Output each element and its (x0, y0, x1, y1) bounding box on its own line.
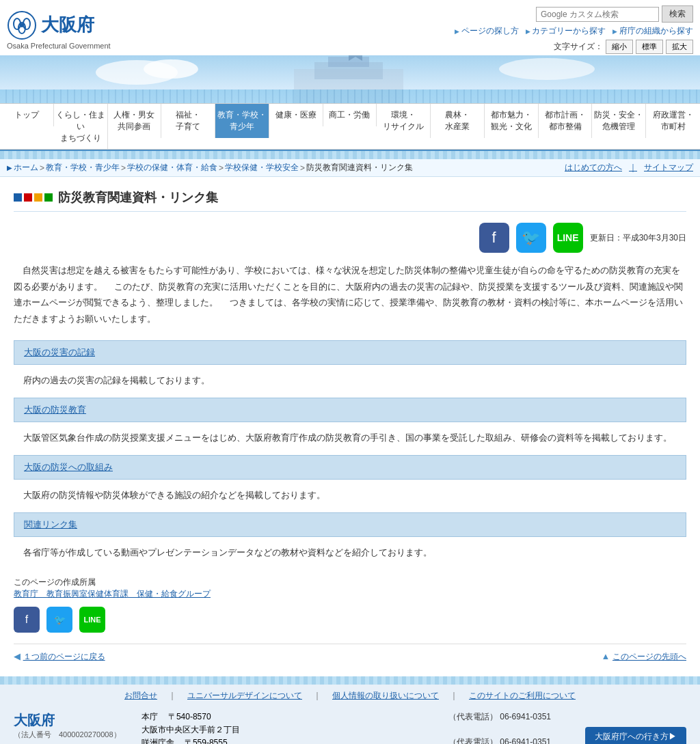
section-desc-0: 府内の過去の災害の記録を掲載しております。 (14, 369, 686, 398)
footer-links: お問合せ｜ユニバーサルデザインについて｜個人情報の取り扱いについて｜このサイトの… (0, 685, 700, 704)
sections-container: 大阪の災害の記録府内の過去の災害の記録を掲載しております。大阪の防災教育大阪管区… (14, 340, 686, 570)
nav-item-7[interactable]: 環境・ リサイクル (377, 104, 431, 138)
bottom-facebook-button[interactable]: f (14, 607, 40, 633)
nav-item-1[interactable]: くらし・住まい まちづくり (54, 104, 108, 149)
nav-org-search[interactable]: 府庁の組織から探す (612, 25, 693, 37)
nav-item-12[interactable]: 府政運営・ 市町村 (646, 104, 700, 138)
nav-item-8[interactable]: 農林・ 水産業 (431, 104, 485, 138)
font-size-label: 文字サイズ： (554, 41, 603, 53)
section-bar-0[interactable]: 大阪の災害の記録 (14, 340, 686, 365)
footer-honbu-label: 本庁 (142, 712, 158, 721)
title-sq-blue (14, 193, 22, 202)
breadcrumb-sep1: > (40, 163, 44, 173)
bottom-facebook-icon: f (25, 614, 28, 626)
dept-link[interactable]: 教育庁 教育振興室保健体育課 保健・給食グループ (14, 589, 211, 598)
nav-how-to-search[interactable]: ページの探し方 (455, 25, 519, 37)
footer-honbu-postal: 〒540-8570 (168, 712, 211, 721)
svg-point-8 (499, 58, 595, 80)
title-sq-green (44, 193, 53, 202)
footer-honbu-address: 大阪市中央区大手前２丁目 (142, 725, 240, 734)
nav-item-6[interactable]: 商工・労働 (323, 104, 377, 126)
social-row: f 🐦 LINE 更新日：平成30年3月30日 (14, 223, 686, 253)
footer-logo: 大阪府 (14, 711, 121, 730)
breadcrumb-arrow: ▶ (7, 164, 12, 171)
breadcrumb-sitemap-link[interactable]: サイトマップ (644, 162, 693, 174)
back-link[interactable]: １つ前のページに戻る (23, 652, 105, 661)
access-button[interactable]: 大阪府庁への行き方▶ (585, 727, 686, 744)
top-link[interactable]: このページの先頭へ (612, 652, 686, 661)
page-nav-row: ◀ １つ前のページに戻る ▲ このページの先頭へ (14, 644, 686, 670)
footer-link-1[interactable]: ユニバーサルデザインについて (187, 690, 302, 702)
wave-overlay (0, 89, 700, 103)
page-title: 防災教育関連資料・リンク集 (58, 189, 218, 206)
breadcrumb-health[interactable]: 学校の保健・体育・給食 (127, 162, 217, 174)
update-date: 更新日：平成30年3月30日 (590, 232, 686, 244)
line-icon: LINE (557, 232, 579, 243)
footer: お問合せ｜ユニバーサルデザインについて｜個人情報の取り扱いについて｜このサイトの… (0, 685, 700, 744)
footer-link-3[interactable]: このサイトのご利用について (469, 690, 576, 702)
breadcrumb: ▶ ホーム > 教育・学校・青少年 > 学校の保健・体育・給食 > 学校保健・学… (0, 159, 700, 177)
title-icon (14, 193, 53, 202)
twitter-icon: 🐦 (522, 229, 540, 247)
font-normal-button[interactable]: 標準 (636, 40, 663, 54)
nav-item-11[interactable]: 防災・安全・ 危機管理 (592, 104, 646, 138)
nav-item-10[interactable]: 都市計画・ 都市整備 (539, 104, 593, 138)
footer-link-0[interactable]: お問合せ (124, 690, 157, 702)
wave-divider-bottom (0, 676, 700, 685)
twitter-button[interactable]: 🐦 (516, 223, 546, 253)
font-large-button[interactable]: 拡大 (666, 40, 693, 54)
section-bar-1[interactable]: 大阪の防災教育 (14, 398, 686, 422)
nav-item-0[interactable]: トップ (0, 104, 54, 126)
section-bar-3[interactable]: 関連リンク集 (14, 512, 686, 537)
breadcrumb-school-safety[interactable]: 学校保健・学校安全 (225, 162, 299, 174)
nav-item-4[interactable]: 教育・学校・ 青少年 (215, 104, 269, 138)
breadcrumb-sep3: > (219, 163, 224, 173)
nav-item-9[interactable]: 都市魅力・ 観光・文化 (485, 104, 539, 138)
nav-item-2[interactable]: 人権・男女 共同参画 (108, 104, 162, 138)
footer-senshu-postal: 〒559-8555 (185, 738, 228, 744)
bottom-twitter-icon: 🐦 (54, 614, 66, 625)
bottom-twitter-button[interactable]: 🐦 (46, 607, 72, 633)
bottom-line-icon: LINE (83, 616, 100, 624)
site-logo-subtitle: Osaka Prefectural Government (7, 42, 111, 50)
footer-senshu-tel-label: （代表電話） (448, 737, 498, 744)
breadcrumb-current: 防災教育関連資料・リンク集 (306, 162, 413, 174)
footer-honbu-tel: 06-6941-0351 (500, 712, 551, 721)
section-link-3[interactable]: 関連リンク集 (24, 519, 77, 529)
site-logo-text: 大阪府 (41, 13, 94, 37)
section-desc-2: 大阪府の防災情報や防災体験ができる施設の紹介などを掲載しております。 (14, 484, 686, 512)
footer-senshu-label: 咲洲庁舎 (142, 738, 174, 744)
footer-honbu-tel-label: （代表電話） (448, 712, 498, 721)
footer-logo-sub: （法人番号 4000020270008） (14, 730, 121, 740)
footer-link-sep-1: ｜ (168, 690, 176, 702)
breadcrumb-beginners-link[interactable]: はじめての方へ (565, 162, 622, 174)
search-button[interactable]: 検索 (662, 5, 693, 23)
nav-category-search[interactable]: カテゴリーから探す (526, 25, 606, 37)
search-input[interactable] (536, 7, 659, 22)
footer-link-2[interactable]: 個人情報の取り扱いについて (332, 690, 439, 702)
bottom-line-button[interactable]: LINE (79, 607, 105, 633)
wave-divider-top (0, 151, 700, 159)
section-desc-1: 大阪管区気象台作成の防災授業支援メニューをはじめ、大阪府教育庁作成の防災教育の手… (14, 426, 686, 455)
nav-item-3[interactable]: 福祉・ 子育て (161, 104, 215, 138)
section-link-0[interactable]: 大阪の災害の記録 (24, 347, 95, 357)
facebook-button[interactable]: f (479, 223, 509, 253)
section-link-2[interactable]: 大阪の防災への取組み (24, 462, 113, 472)
title-sq-red (24, 193, 32, 202)
breadcrumb-home[interactable]: ホーム (14, 162, 38, 174)
nav-item-5[interactable]: 健康・医療 (269, 104, 323, 126)
breadcrumb-sep-mid: ｜ (629, 162, 637, 174)
top-arrow-icon: ▲ (602, 651, 612, 661)
section-link-1[interactable]: 大阪の防災教育 (24, 404, 86, 415)
footer-contact: （代表電話） 06-6941-0351 （代表電話） 06-6941-0351 (448, 711, 551, 744)
line-button[interactable]: LINE (553, 223, 583, 253)
section-bar-2[interactable]: 大阪の防災への取組み (14, 455, 686, 480)
content-footer: このページの作成所属 教育庁 教育振興室保健体育課 保健・給食グループ (14, 577, 686, 600)
breadcrumb-sep4: > (300, 163, 305, 173)
title-sq-yellow (34, 193, 42, 202)
page-title-bar: 防災教育関連資料・リンク集 (14, 184, 686, 212)
font-small-button[interactable]: 縮小 (606, 40, 633, 54)
footer-offices: 本庁 〒540-8570 大阪市中央区大手前２丁目 咲洲庁舎 〒559-8555… (142, 711, 252, 744)
breadcrumb-edu[interactable]: 教育・学校・青少年 (46, 162, 120, 174)
osaka-logo-icon (7, 10, 37, 40)
